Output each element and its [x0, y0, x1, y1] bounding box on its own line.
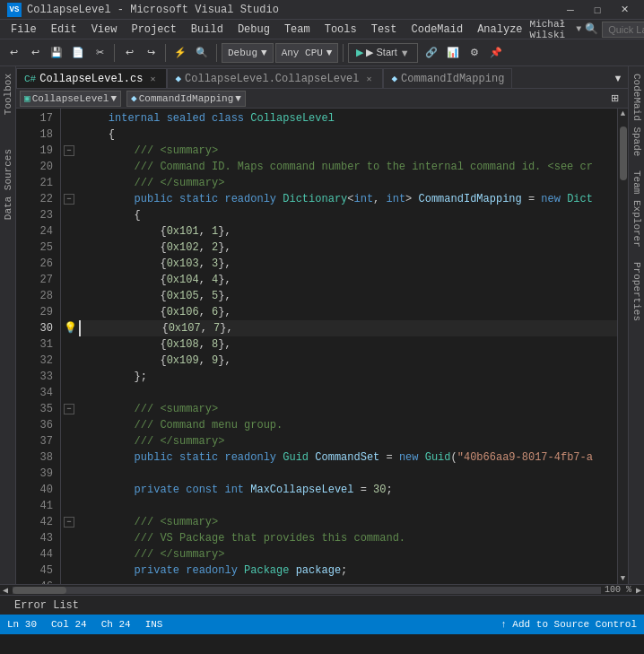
start-button[interactable]: ▶ ▶ Start ▼: [348, 43, 417, 63]
nav-member-icon: ◆: [131, 92, 137, 104]
collapse-35[interactable]: −: [64, 404, 74, 414]
toolbar-btn-2[interactable]: ↩: [25, 43, 45, 63]
code-line-31: {0x108, 8},: [79, 336, 617, 353]
toolbar-sep-1: [114, 44, 115, 62]
vertical-scrollbar[interactable]: ▲ ▼: [617, 109, 628, 584]
toolbar-btn-3[interactable]: 💾: [47, 43, 66, 63]
line-num-24: 24: [16, 223, 53, 240]
scroll-down-btn[interactable]: ▼: [618, 573, 628, 584]
line-num-34: 34: [16, 385, 53, 401]
error-list-tab[interactable]: Error List: [7, 596, 86, 615]
gutter-35[interactable]: −: [61, 401, 79, 417]
data-sources-label[interactable]: Data Sources: [3, 145, 13, 223]
debug-config-dropdown[interactable]: Debug ▼: [222, 43, 274, 63]
h-scroll-track[interactable]: [13, 587, 601, 594]
toolbar-attach[interactable]: 🔗: [422, 43, 441, 63]
line-num-30: 30: [16, 320, 53, 336]
tab-overflow-btn[interactable]: ▼: [608, 68, 628, 88]
team-explorer-label[interactable]: Team Explorer: [631, 167, 642, 251]
menu-analyze[interactable]: Analyze: [470, 20, 529, 39]
tab-collapse-level[interactable]: C# CollapseLevel.cs ✕: [16, 68, 167, 88]
tab-close-2[interactable]: ✕: [362, 73, 375, 85]
redo-button[interactable]: ↪: [141, 43, 161, 63]
toolbar-sep-3: [216, 44, 217, 62]
menu-tools[interactable]: Tools: [318, 20, 364, 39]
gutter-40: [61, 482, 79, 498]
lightbulb-icon[interactable]: 💡: [64, 320, 77, 336]
tab-icon-3: ◆: [391, 73, 397, 84]
menu-edit[interactable]: Edit: [44, 20, 84, 39]
menu-project[interactable]: Project: [124, 20, 183, 39]
main-layout: Toolbox Data Sources C# CollapseLevel.cs…: [0, 66, 644, 584]
toolbar-perf[interactable]: 📊: [443, 43, 463, 63]
gutter-42[interactable]: −: [61, 514, 79, 530]
menu-bar: File Edit View Project Build Debug Team …: [0, 20, 644, 39]
menu-build[interactable]: Build: [184, 20, 231, 39]
toolbar-pin[interactable]: 📌: [486, 43, 506, 63]
line-num-41: 41: [16, 498, 53, 514]
collapse-19[interactable]: −: [64, 145, 74, 156]
codemaid-spade-label[interactable]: CodeMaid Spade: [631, 70, 642, 160]
nav-expand-btn[interactable]: ⊞: [605, 89, 624, 109]
code-editor: 17 18 19 20 21 22 23 24 25 26 27 28 29 3…: [16, 109, 628, 584]
status-col[interactable]: Col 24: [51, 619, 87, 630]
menu-debug[interactable]: Debug: [231, 20, 277, 39]
toolbar-btn-5[interactable]: ✂: [90, 43, 109, 63]
h-scroll-right-btn[interactable]: ▶: [633, 585, 644, 596]
gutter-43: [61, 530, 79, 546]
line-num-45: 45: [16, 562, 53, 579]
platform-dropdown[interactable]: Any CPU ▼: [275, 43, 339, 63]
h-scroll-thumb[interactable]: [13, 587, 66, 594]
quick-launch-input[interactable]: [602, 22, 644, 38]
toolbar-btn-7[interactable]: 🔍: [192, 43, 212, 63]
toolbox-label[interactable]: Toolbox: [3, 70, 13, 118]
nav-member-label: CommandIdMapping: [139, 93, 234, 104]
scroll-up-btn[interactable]: ▲: [618, 109, 628, 119]
collapse-22[interactable]: −: [64, 194, 74, 205]
minimize-button[interactable]: ─: [558, 2, 583, 18]
menu-test[interactable]: Test: [364, 20, 405, 39]
h-scroll-left-btn[interactable]: ◀: [0, 585, 11, 596]
scroll-thumb[interactable]: [620, 126, 627, 180]
gutter-30: 💡: [61, 320, 79, 336]
code-line-19: /// <summary>: [79, 143, 617, 159]
line-num-27: 27: [16, 272, 53, 288]
toolbar-ext[interactable]: ⚙: [465, 43, 484, 63]
undo-button[interactable]: ↩: [119, 43, 139, 63]
menu-codemaid[interactable]: CodeMaid: [405, 20, 471, 39]
tab-close-1[interactable]: ✕: [146, 73, 159, 85]
code-line-20: /// Command ID. Maps command number to t…: [79, 159, 617, 175]
status-ch[interactable]: Ch 24: [101, 619, 131, 630]
maximize-button[interactable]: □: [585, 2, 610, 18]
tab-commandid[interactable]: ◆ CommandIdMapping: [383, 68, 512, 88]
properties-label[interactable]: Properties: [631, 258, 642, 325]
zoom-level[interactable]: 100 %: [603, 585, 633, 595]
status-position[interactable]: Ln 30: [7, 619, 37, 630]
code-line-25: {0x102, 2},: [79, 240, 617, 256]
line-num-25: 25: [16, 240, 53, 256]
nav-class-dropdown[interactable]: ▣ CollapseLevel ▼: [20, 91, 121, 107]
nav-member-chevron: ▼: [235, 93, 241, 104]
toolbar-btn-6[interactable]: ⚡: [170, 43, 190, 63]
gutter-19[interactable]: −: [61, 143, 79, 159]
source-control-btn[interactable]: ↑ Add to Source Control: [500, 619, 637, 630]
gutter-28: [61, 288, 79, 304]
collapse-42[interactable]: −: [64, 517, 74, 528]
tab-label-2: CollapseLevel.CollapseLevel: [185, 73, 359, 85]
toolbar-btn-4[interactable]: 📄: [68, 43, 88, 63]
menu-file[interactable]: File: [4, 20, 44, 39]
tab-label-3: CommandIdMapping: [401, 73, 504, 85]
code-content[interactable]: internal sealed class CollapseLevel { //…: [79, 109, 617, 584]
title-bar: VS CollapseLevel - Microsoft Visual Stud…: [0, 0, 644, 20]
status-mode[interactable]: INS: [145, 619, 163, 630]
menu-team[interactable]: Team: [277, 20, 318, 39]
tab-namespace[interactable]: ◆ CollapseLevel.CollapseLevel ✕: [167, 68, 383, 88]
code-line-37: /// </summary>: [79, 433, 617, 449]
nav-member-dropdown[interactable]: ◆ CommandIdMapping ▼: [126, 91, 246, 107]
menu-view[interactable]: View: [84, 20, 125, 39]
gutter-22[interactable]: −: [61, 191, 79, 207]
code-line-40: private const int MaxCollapseLevel = 30;: [79, 482, 617, 498]
toolbar-btn-1[interactable]: ↩: [4, 43, 23, 63]
close-button[interactable]: ✕: [612, 2, 637, 18]
gutter-25: [61, 240, 79, 256]
